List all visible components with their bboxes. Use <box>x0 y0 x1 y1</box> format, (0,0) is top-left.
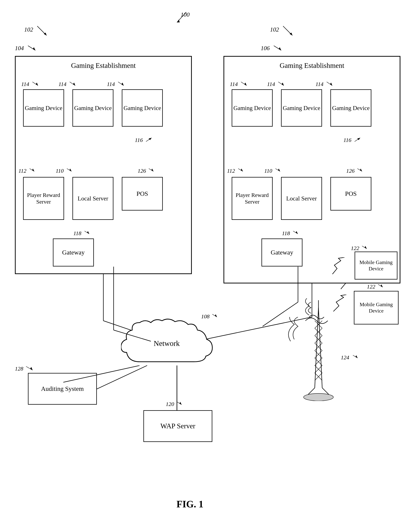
svg-marker-53 <box>244 82 246 86</box>
arrow-100 <box>175 10 197 25</box>
line-left-gw-to-network <box>74 267 158 373</box>
arrow-112b <box>236 167 246 173</box>
est2-title: Gaming Establishment <box>224 61 400 69</box>
gaming-device-3: Gaming Device <box>122 89 163 127</box>
svg-marker-55 <box>282 82 284 86</box>
ref-126b: 126 <box>346 168 355 174</box>
svg-line-107 <box>263 302 298 326</box>
pos-right: POS <box>330 177 371 210</box>
arrow-114-4 <box>239 80 250 87</box>
svg-line-105 <box>114 330 151 341</box>
arrow-126a <box>147 167 156 173</box>
ref-118b: 118 <box>282 230 290 236</box>
ref-114-2: 114 <box>58 81 66 87</box>
arrow-108 <box>210 312 220 319</box>
gaming-device-5: Gaming Device <box>281 89 322 127</box>
arrow-110b <box>274 167 283 173</box>
gaming-device-2: Gaming Device <box>72 89 113 127</box>
ref-116a: 116 <box>135 137 143 143</box>
ref-118a: 118 <box>73 230 81 236</box>
ref-104: 104 <box>15 45 24 52</box>
arrow-112a <box>28 167 37 173</box>
local-server-right: Local Server <box>281 177 322 220</box>
figure-label: FIG. 1 <box>162 499 218 510</box>
line-network-to-audit <box>61 366 142 384</box>
arrow-102b <box>281 24 300 39</box>
arrow-118a <box>83 229 92 236</box>
ref-122-outside: 122 <box>367 284 375 290</box>
ref-114-1: 114 <box>21 81 29 87</box>
ref-106: 106 <box>261 45 270 52</box>
svg-marker-39 <box>73 82 75 86</box>
arrow-128 <box>24 365 35 372</box>
ref-102b: 102 <box>270 26 279 33</box>
line-network-to-wap <box>158 366 196 414</box>
establishment-right: Gaming Establishment 114 114 114 Gaming … <box>224 56 400 284</box>
ref-114-5: 114 <box>267 81 275 87</box>
ref-122-inside: 122 <box>351 245 359 251</box>
svg-marker-33 <box>33 47 35 50</box>
gateway-right: Gateway <box>261 239 303 266</box>
gaming-device-1: Gaming Device <box>23 89 64 127</box>
arrow-122-outside <box>376 283 385 289</box>
arrow-114-6 <box>325 80 336 87</box>
ref-112a: 112 <box>18 168 26 174</box>
ref-108: 108 <box>201 313 210 320</box>
establishment-left: Gaming Establishment 114 114 114 Gaming … <box>15 56 192 274</box>
arrow-116a <box>144 136 155 143</box>
ref-110b: 110 <box>264 168 272 174</box>
arrow-104 <box>26 44 41 53</box>
ref-128: 128 <box>15 366 23 372</box>
arrow-106 <box>272 44 287 53</box>
arrow-114-3 <box>116 80 127 87</box>
gateway-left: Gateway <box>53 239 94 266</box>
arrow-114-5 <box>276 80 288 87</box>
arrow-118b <box>291 229 301 236</box>
arrow-114-2 <box>68 80 79 87</box>
mobile-gaming-device-inside: Mobile Gaming Device <box>355 252 398 279</box>
arrow-122-inside <box>360 244 370 251</box>
arrow-116b <box>353 136 364 143</box>
wap-server: WAP Server <box>143 410 212 442</box>
svg-point-102 <box>304 393 333 401</box>
ref-114-6: 114 <box>315 81 324 87</box>
svg-marker-57 <box>330 82 332 86</box>
est1-title: Gaming Establishment <box>16 61 191 69</box>
svg-marker-35 <box>279 47 281 50</box>
arrow-126b <box>355 167 365 173</box>
player-reward-server-right: Player Reward Server <box>232 177 273 220</box>
ref-102a: 102 <box>24 26 33 33</box>
ref-114-4: 114 <box>230 81 238 87</box>
ref-126a: 126 <box>138 168 146 174</box>
arrow-110a <box>65 167 74 173</box>
line-right-gw-to-network <box>261 267 345 341</box>
svg-marker-41 <box>121 82 124 86</box>
arrow-114-1 <box>30 80 42 87</box>
local-server-left: Local Server <box>72 177 113 220</box>
ref-112b: 112 <box>227 168 235 174</box>
ref-116b: 116 <box>343 137 351 143</box>
pos-left: POS <box>122 177 163 210</box>
ref-114-3: 114 <box>107 81 115 87</box>
svg-line-109 <box>63 366 140 382</box>
gaming-device-4: Gaming Device <box>232 89 273 127</box>
gaming-device-6: Gaming Device <box>330 89 371 127</box>
svg-marker-76 <box>30 367 33 370</box>
player-reward-server-left: Player Reward Server <box>23 177 64 220</box>
diagram: 100 102 102 104 106 Gaming Establishment… <box>0 0 406 532</box>
arrow-102a <box>35 24 54 39</box>
svg-marker-37 <box>36 82 38 86</box>
ref-110a: 110 <box>56 168 64 174</box>
